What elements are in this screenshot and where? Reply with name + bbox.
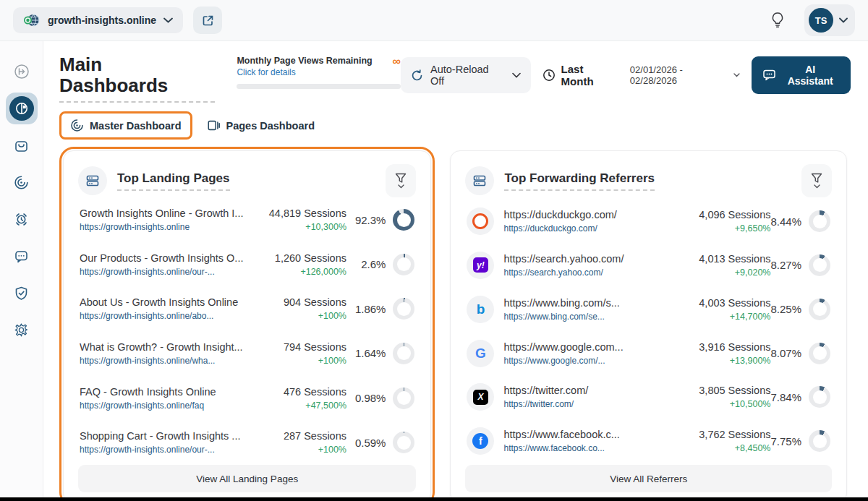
account-menu[interactable]: TS: [804, 4, 855, 36]
sidebar-expand-button[interactable]: [6, 56, 38, 87]
donut-chart: [809, 430, 830, 452]
list-item[interactable]: Our Products - Growth Insights O... http…: [80, 252, 414, 277]
sidebar-item-behaviour[interactable]: [6, 166, 38, 198]
expand-panel-icon: [14, 64, 30, 80]
sessions-count: 794 Sessions: [258, 341, 346, 353]
view-all-landing-pages-button[interactable]: View All Landing Pages: [78, 465, 416, 492]
list-item[interactable]: G https://www.google.com... https://www.…: [467, 340, 830, 367]
row-url[interactable]: https://search.yahoo.com/: [503, 267, 681, 278]
row-url[interactable]: https://growth-insights.online/wha...: [80, 356, 257, 366]
sessions-count: 4,003 Sessions: [682, 297, 770, 309]
view-all-referrers-button[interactable]: View All Referrers: [465, 465, 832, 492]
row-url[interactable]: https://twitter.com/: [503, 399, 681, 409]
top-forwarding-referrers-card: Top Forwarding Referrers https://duckdu: [450, 150, 847, 501]
quota-progress-bar: [237, 84, 401, 89]
row-title[interactable]: FAQ - Growth Insights Online: [80, 386, 257, 398]
tips-button[interactable]: [764, 7, 791, 34]
site-selector[interactable]: growth-insights.online: [13, 7, 183, 33]
page-title: Main Dashboards: [59, 54, 215, 103]
sidebar-item-feedback[interactable]: [6, 240, 38, 272]
shopping-bag-icon: [14, 138, 29, 153]
auto-reload-dropdown[interactable]: Auto-Reload Off: [401, 57, 531, 93]
row-title[interactable]: Growth Insights Online - Growth I...: [80, 207, 257, 219]
avatar: TS: [809, 8, 833, 33]
filter-button[interactable]: [386, 164, 416, 197]
row-title[interactable]: https://www.google.com...: [503, 341, 681, 353]
row-title[interactable]: About Us - Growth Insights Online: [80, 296, 257, 308]
sessions-count: 3,762 Sessions: [682, 429, 770, 440]
sidebar-item-dashboard[interactable]: [6, 93, 38, 124]
funnel-icon: [395, 173, 407, 184]
row-url[interactable]: https://growth-insights.online: [80, 222, 257, 232]
chat-bubble-icon: [14, 249, 29, 264]
tab-pages-dashboard[interactable]: Pages Dashboard: [203, 111, 324, 140]
pageviews-quota: Monthly Page Views Remaining Click for d…: [237, 54, 401, 89]
filter-button[interactable]: [801, 164, 832, 197]
chevron-down-icon: [398, 184, 404, 189]
percent-label: 92.3%: [355, 214, 386, 226]
row-title[interactable]: https://duckduckgo.com/: [503, 209, 681, 220]
topbar: growth-insights.online TS: [0, 0, 868, 41]
row-url[interactable]: https://www.facebook.co...: [503, 443, 681, 453]
sidebar-item-settings[interactable]: [6, 314, 38, 346]
row-url[interactable]: https://duckduckgo.com/: [503, 223, 681, 234]
row-url[interactable]: https://growth-insights.online/faq: [80, 401, 257, 411]
list-item[interactable]: What is Growth? - Growth Insight... http…: [80, 341, 414, 366]
sessions-count: 3,916 Sessions: [682, 341, 770, 353]
list-item[interactable]: FAQ - Growth Insights Online https://gro…: [80, 386, 414, 411]
row-url[interactable]: https://growth-insights.online/abo...: [80, 311, 257, 321]
list-item[interactable]: Growth Insights Online - Growth I... htt…: [80, 207, 414, 232]
donut-chart: [393, 343, 414, 364]
server-icon: [85, 174, 100, 188]
list-item[interactable]: f https://www.facebook.c... https://www.…: [467, 427, 830, 455]
sessions-count: 4,096 Sessions: [682, 209, 770, 220]
sessions-count: 904 Sessions: [258, 296, 346, 308]
row-title[interactable]: https://twitter.com/: [503, 385, 681, 396]
row-title[interactable]: Our Products - Growth Insights O...: [80, 252, 257, 264]
change-percent: +100%: [258, 311, 346, 321]
sidebar-item-ecommerce[interactable]: [6, 129, 38, 161]
sidebar-item-privacy[interactable]: [6, 277, 38, 309]
row-title[interactable]: What is Growth? - Growth Insight...: [80, 341, 257, 353]
tab-label: Pages Dashboard: [226, 120, 315, 132]
ai-assistant-button[interactable]: AI Assistant: [752, 56, 851, 94]
clock-icon: [542, 69, 556, 82]
sessions-count: 4,013 Sessions: [682, 253, 770, 265]
list-item[interactable]: https://duckduckgo.com/ https://duckduck…: [467, 207, 830, 235]
quota-details-link[interactable]: Click for details: [237, 67, 372, 77]
row-title[interactable]: https://www.bing.com/s...: [503, 297, 681, 309]
open-website-button[interactable]: [193, 7, 222, 34]
sidebar: [0, 41, 43, 497]
row-title[interactable]: https://search.yahoo.com/: [503, 253, 681, 265]
bing-favicon: b: [467, 296, 494, 323]
main-content: Main Dashboards Monthly Page Views Remai…: [43, 41, 868, 497]
donut-chart: [393, 432, 414, 453]
list-item[interactable]: b https://www.bing.com/s... https://www.…: [467, 296, 830, 323]
row-title[interactable]: https://www.facebook.c...: [503, 429, 681, 440]
site-name: growth-insights.online: [48, 14, 156, 26]
list-item[interactable]: y! https://search.yahoo.com/ https://sea…: [467, 252, 830, 279]
referrers-card-wrap: Top Forwarding Referrers https://duckdu: [446, 147, 851, 501]
row-title[interactable]: Shopping Cart - Growth Insights ...: [80, 430, 257, 442]
sessions-count: 476 Sessions: [258, 386, 346, 398]
donut-chart: [393, 298, 414, 320]
gear-icon: [14, 322, 29, 338]
chevron-down-icon: [512, 72, 521, 78]
google-favicon: G: [467, 340, 494, 367]
screenshot-bottom-edge: [0, 497, 868, 501]
tab-master-dashboard[interactable]: Master Dashboard: [59, 111, 192, 140]
list-item[interactable]: X https://twitter.com/ https://twitter.c…: [467, 383, 830, 411]
row-url[interactable]: https://growth-insights.online/our-...: [80, 267, 257, 277]
row-url[interactable]: https://www.bing.com/se...: [503, 312, 681, 322]
ai-assistant-label: AI Assistant: [781, 64, 839, 87]
row-url[interactable]: https://www.google.com/...: [503, 356, 681, 366]
annotation-box-landing-pages: Top Landing Pages Growth Insights Onlin: [59, 147, 435, 501]
period-selector[interactable]: Last Month: [542, 63, 618, 87]
change-percent: +14,700%: [682, 312, 770, 322]
date-range-picker[interactable]: 02/01/2026 - 02/28/2026: [630, 64, 741, 86]
row-url[interactable]: https://growth-insights.online/our-...: [80, 445, 257, 455]
list-item[interactable]: Shopping Cart - Growth Insights ... http…: [80, 430, 414, 455]
donut-chart: [393, 254, 414, 275]
sidebar-item-session-recordings[interactable]: [6, 203, 38, 235]
list-item[interactable]: About Us - Growth Insights Online https:…: [80, 296, 414, 321]
